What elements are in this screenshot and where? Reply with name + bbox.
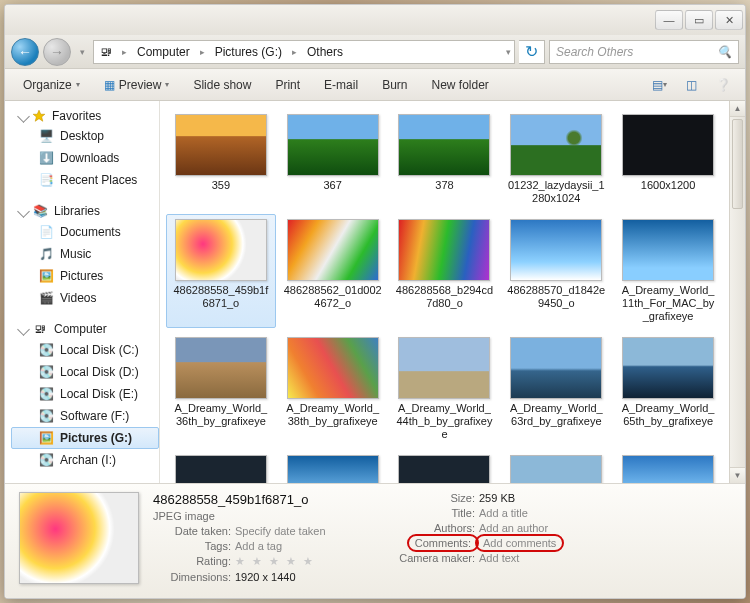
thumbnail-item[interactable]: A_Dreamy_World_63rd_by_grafixeye bbox=[501, 332, 611, 446]
thumbnail-item[interactable]: A_Dreamy_World_36th_by_grafixeye bbox=[166, 332, 276, 446]
details-rating-value[interactable]: ★ ★ ★ ★ ★ bbox=[235, 555, 373, 568]
thumbnail-item[interactable] bbox=[613, 450, 723, 483]
details-tags-value[interactable]: Add a tag bbox=[235, 540, 373, 552]
thumbnail-item[interactable]: 486288570_d1842e9450_o bbox=[501, 214, 611, 328]
nav-pictures-lib[interactable]: 🖼️Pictures bbox=[11, 265, 159, 287]
print-button[interactable]: Print bbox=[267, 74, 308, 96]
nav-music[interactable]: 🎵Music bbox=[11, 243, 159, 265]
thumbnail-label: 01232_lazydaysii_1280x1024 bbox=[507, 179, 605, 205]
scroll-up-button[interactable]: ▲ bbox=[730, 101, 745, 117]
nav-disk-i[interactable]: 💽Archan (I:) bbox=[11, 449, 159, 471]
search-placeholder: Search Others bbox=[556, 45, 633, 59]
details-tags-label: Tags: bbox=[153, 540, 231, 552]
scroll-thumb[interactable] bbox=[732, 119, 743, 209]
pictures-icon: 🖼️ bbox=[38, 268, 54, 284]
thumbnail-item[interactable] bbox=[390, 450, 500, 483]
breadcrumb[interactable]: 🖳▸ Computer▸ Pictures (G:)▸ Others ▾ bbox=[93, 40, 515, 64]
scrollbar[interactable]: ▲ ▼ bbox=[729, 101, 745, 483]
details-date-value[interactable]: Specify date taken bbox=[235, 525, 373, 537]
nav-disk-d[interactable]: 💽Local Disk (D:) bbox=[11, 361, 159, 383]
search-input[interactable]: Search Others 🔍 bbox=[549, 40, 739, 64]
slideshow-button[interactable]: Slide show bbox=[185, 74, 259, 96]
computer-icon: 🖳 bbox=[32, 321, 48, 337]
thumbnail-label: A_Dreamy_World_44th_b_by_grafixeye bbox=[395, 402, 493, 441]
thumbnail-label: 1600x1200 bbox=[619, 179, 717, 193]
thumbnail-label: A_Dreamy_World_36th_by_grafixeye bbox=[172, 402, 270, 428]
breadcrumb-root[interactable]: Computer bbox=[131, 41, 196, 63]
thumbnail-item[interactable]: 359 bbox=[166, 109, 276, 210]
details-authors-label: Authors: bbox=[383, 522, 475, 534]
refresh-button[interactable]: ↻ bbox=[519, 40, 545, 64]
details-title-value[interactable]: Add a title bbox=[479, 507, 643, 519]
nav-disk-c[interactable]: 💽Local Disk (C:) bbox=[11, 339, 159, 361]
thumbnail-item[interactable]: A_Dreamy_World_11th_For_MAC_by_grafixeye bbox=[613, 214, 723, 328]
thumbnail-item[interactable]: 486288558_459b1f6871_o bbox=[166, 214, 276, 328]
breadcrumb-loc[interactable]: Pictures (G:) bbox=[209, 41, 288, 63]
drive-icon: 💽 bbox=[38, 452, 54, 468]
nav-computer-header[interactable]: 🖳 Computer bbox=[19, 321, 159, 337]
thumbnail-label: A_Dreamy_World_11th_For_MAC_by_grafixeye bbox=[619, 284, 717, 323]
nav-desktop[interactable]: 🖥️Desktop bbox=[11, 125, 159, 147]
organize-button[interactable]: Organize ▾ bbox=[15, 74, 88, 96]
nav-videos[interactable]: 🎬Videos bbox=[11, 287, 159, 309]
close-button[interactable]: ✕ bbox=[715, 10, 743, 30]
nav-downloads[interactable]: ⬇️Downloads bbox=[11, 147, 159, 169]
history-dropdown[interactable]: ▾ bbox=[75, 38, 89, 66]
back-button[interactable]: ← bbox=[11, 38, 39, 66]
thumbnail-item[interactable]: 1600x1200 bbox=[613, 109, 723, 210]
thumbnail-image bbox=[175, 114, 267, 176]
nav-documents[interactable]: 📄Documents bbox=[11, 221, 159, 243]
thumbnail-item[interactable]: 486288562_01d0024672_o bbox=[278, 214, 388, 328]
thumbnail-item[interactable]: A_Dreamy_World_44th_b_by_grafixeye bbox=[390, 332, 500, 446]
view-button[interactable]: ▤ ▾ bbox=[647, 73, 671, 97]
help-button[interactable]: ❔ bbox=[711, 73, 735, 97]
thumbnail-label: 378 bbox=[395, 179, 493, 193]
thumbnail-image bbox=[287, 114, 379, 176]
thumbnail-item[interactable]: A_Dreamy_World_38th_by_grafixeye bbox=[278, 332, 388, 446]
command-bar: Organize ▾ ▦ Preview ▾ Slide show Print … bbox=[5, 69, 745, 101]
minimize-button[interactable]: — bbox=[655, 10, 683, 30]
thumbnail-item[interactable] bbox=[166, 450, 276, 483]
breadcrumb-expand-icon[interactable]: ▾ bbox=[503, 47, 514, 57]
thumbnail-label: 486288562_01d0024672_o bbox=[284, 284, 382, 310]
thumbnail-item[interactable]: 378 bbox=[390, 109, 500, 210]
previewpane-button[interactable]: ◫ bbox=[679, 73, 703, 97]
breadcrumb-folder[interactable]: Others bbox=[301, 41, 349, 63]
thumbnail-item[interactable] bbox=[501, 450, 611, 483]
nav-disk-g[interactable]: 🖼️Pictures (G:) bbox=[11, 427, 159, 449]
thumbnail-label: 359 bbox=[172, 179, 270, 193]
nav-favorites-header[interactable]: Favorites bbox=[19, 109, 159, 123]
nav-libraries: 📚 Libraries 📄Documents 🎵Music 🖼️Pictures… bbox=[11, 203, 159, 309]
nav-disk-f[interactable]: 💽Software (F:) bbox=[11, 405, 159, 427]
thumbnail-item[interactable]: 367 bbox=[278, 109, 388, 210]
burn-button[interactable]: Burn bbox=[374, 74, 415, 96]
thumbnail-image bbox=[510, 219, 602, 281]
preview-button[interactable]: ▦ Preview ▾ bbox=[96, 74, 178, 96]
nav-recent[interactable]: 📑Recent Places bbox=[11, 169, 159, 191]
thumbnail-item[interactable]: 01232_lazydaysii_1280x1024 bbox=[501, 109, 611, 210]
nav-disk-e[interactable]: 💽Local Disk (E:) bbox=[11, 383, 159, 405]
nav-pane: Favorites 🖥️Desktop ⬇️Downloads 📑Recent … bbox=[5, 101, 160, 483]
thumbnail-image bbox=[398, 455, 490, 483]
scroll-down-button[interactable]: ▼ bbox=[730, 467, 745, 483]
email-button[interactable]: E-mail bbox=[316, 74, 366, 96]
nav-libraries-header[interactable]: 📚 Libraries bbox=[19, 203, 159, 219]
details-filename: 486288558_459b1f6871_o bbox=[153, 492, 373, 507]
thumbnail-label: A_Dreamy_World_63rd_by_grafixeye bbox=[507, 402, 605, 428]
drive-icon: 💽 bbox=[38, 342, 54, 358]
thumbnail-image bbox=[398, 114, 490, 176]
details-camera-value[interactable]: Add text bbox=[479, 552, 643, 564]
thumbnail-item[interactable]: A_Dreamy_World_65th_by_grafixeye bbox=[613, 332, 723, 446]
details-authors-value[interactable]: Add an author bbox=[479, 522, 643, 534]
newfolder-button[interactable]: New folder bbox=[423, 74, 496, 96]
thumbnail-image bbox=[287, 455, 379, 483]
details-comments-value[interactable]: Add comments bbox=[479, 537, 643, 549]
thumbnail-image bbox=[287, 219, 379, 281]
recent-icon: 📑 bbox=[38, 172, 54, 188]
forward-button[interactable]: → bbox=[43, 38, 71, 66]
thumbnail-item[interactable] bbox=[278, 450, 388, 483]
content-pane: 35936737801232_lazydaysii_1280x10241600x… bbox=[160, 101, 745, 483]
breadcrumb-computer-icon[interactable]: 🖳 bbox=[94, 41, 118, 63]
maximize-button[interactable]: ▭ bbox=[685, 10, 713, 30]
thumbnail-item[interactable]: 486288568_b294cd7d80_o bbox=[390, 214, 500, 328]
